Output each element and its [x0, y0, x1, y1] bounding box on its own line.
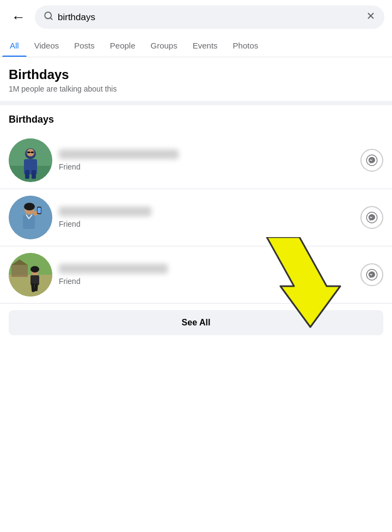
section-divider: [0, 101, 392, 105]
person-name-blurred: [59, 264, 168, 274]
list-item: Friend: [0, 132, 392, 189]
svg-line-1: [50, 17, 52, 19]
tab-posts[interactable]: Posts: [66, 34, 102, 57]
page-title: Birthdays: [9, 67, 383, 82]
birthdays-section: Birthdays: [0, 105, 392, 335]
svg-rect-25: [11, 265, 28, 277]
svg-rect-17: [23, 215, 35, 229]
back-button[interactable]: ←: [8, 7, 29, 28]
clear-search-button[interactable]: [366, 11, 376, 23]
person-friend-label: Friend: [59, 220, 354, 228]
messenger-button[interactable]: [360, 263, 383, 286]
person-info: Friend: [59, 207, 354, 228]
messenger-button[interactable]: [360, 149, 383, 172]
page-subtitle: 1M people are talking about this: [9, 84, 383, 93]
tab-people[interactable]: People: [102, 34, 143, 57]
section-title: Birthdays: [0, 114, 392, 132]
person-friend-label: Friend: [59, 277, 354, 286]
person-info: Friend: [59, 149, 354, 171]
svg-rect-12: [31, 152, 34, 153]
header: ←: [0, 0, 392, 34]
see-all-button[interactable]: See All: [9, 310, 383, 335]
avatar: [9, 253, 52, 297]
svg-point-21: [24, 203, 35, 210]
search-input[interactable]: [58, 12, 362, 23]
person-name-blurred: [59, 207, 151, 216]
svg-point-31: [30, 266, 39, 273]
page-title-section: Birthdays 1M people are talking about th…: [0, 57, 392, 101]
tabs-bar: All Videos Posts People Groups Events Ph…: [0, 34, 392, 57]
svg-rect-9: [32, 170, 36, 179]
person-info: Friend: [59, 264, 354, 286]
svg-rect-11: [27, 152, 30, 153]
avatar: [9, 138, 52, 182]
svg-rect-30: [34, 283, 38, 291]
see-all-container: See All: [0, 310, 392, 335]
avatar: [9, 196, 52, 239]
search-bar[interactable]: [35, 5, 384, 29]
list-item: Friend: [0, 189, 392, 246]
svg-rect-8: [25, 170, 29, 179]
tab-groups[interactable]: Groups: [143, 34, 185, 57]
messenger-button[interactable]: [360, 206, 383, 229]
person-name-blurred: [59, 149, 179, 159]
tab-videos[interactable]: Videos: [27, 34, 67, 57]
tab-photos[interactable]: Photos: [225, 34, 266, 57]
tab-events[interactable]: Events: [185, 34, 225, 57]
back-arrow-icon: ←: [11, 9, 26, 26]
svg-rect-20: [38, 208, 41, 213]
search-icon: [44, 11, 53, 23]
person-friend-label: Friend: [59, 162, 354, 171]
list-item: Friend: [0, 246, 392, 304]
tab-all[interactable]: All: [2, 34, 27, 57]
